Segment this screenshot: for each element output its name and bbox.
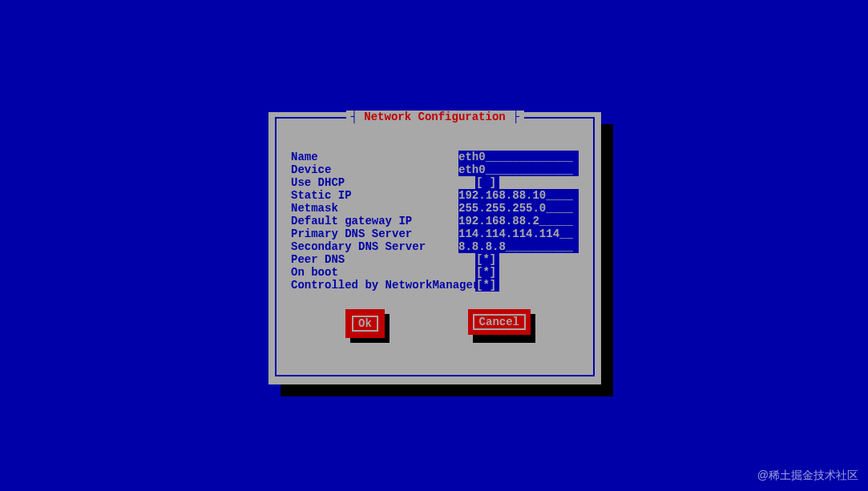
label-name: Name [291, 151, 458, 163]
form-row: Default gateway IP 192.168.88.2_____ [291, 215, 579, 227]
input-secondary-dns[interactable]: 8.8.8.8__________ [458, 240, 579, 253]
label-static-ip: Static IP [291, 189, 458, 202]
label-gateway: Default gateway IP [291, 215, 458, 227]
form-row: Primary DNS Server 114.114.114.114__ [291, 227, 579, 240]
input-device[interactable]: eth0_____________ [458, 163, 579, 176]
watermark-text: @稀土掘金技术社区 [757, 469, 858, 483]
label-on-boot: On boot [291, 266, 475, 279]
form-area: Name eth0_____________ Device eth0______… [291, 151, 579, 292]
input-primary-dns[interactable]: 114.114.114.114__ [458, 227, 579, 240]
ok-button[interactable]: Ok [345, 309, 385, 338]
network-config-dialog: ┤ Network Configuration ├ Name eth0_____… [268, 112, 601, 384]
dialog-title: ┤ Network Configuration ├ [345, 111, 523, 123]
label-secondary-dns: Secondary DNS Server [291, 240, 458, 253]
form-row: Secondary DNS Server 8.8.8.8__________ [291, 240, 579, 253]
cancel-button-label: Cancel [473, 314, 526, 330]
cancel-button[interactable]: Cancel [468, 309, 531, 338]
form-row: Netmask 255.255.255.0____ [291, 202, 579, 215]
label-nm-controlled: Controlled by NetworkManager [291, 279, 475, 292]
form-row: On boot [*] [291, 266, 579, 279]
dialog-title-text: Network Configuration [364, 111, 505, 123]
checkbox-use-dhcp[interactable]: [ ] [475, 176, 499, 189]
checkbox-on-boot[interactable]: [*] [475, 266, 499, 279]
label-device: Device [291, 163, 458, 176]
label-peer-dns: Peer DNS [291, 253, 475, 266]
input-netmask[interactable]: 255.255.255.0____ [458, 202, 579, 215]
form-row: Controlled by NetworkManager [*] [291, 279, 579, 292]
form-row: Device eth0_____________ [291, 163, 579, 176]
form-row: Peer DNS [*] [291, 253, 579, 266]
checkbox-nm-controlled[interactable]: [*] [475, 279, 499, 292]
form-row: Use DHCP [ ] [291, 176, 579, 189]
label-use-dhcp: Use DHCP [291, 176, 475, 189]
input-gateway[interactable]: 192.168.88.2_____ [458, 215, 579, 227]
input-static-ip[interactable]: 192.168.88.10____ [458, 189, 579, 202]
input-name[interactable]: eth0_____________ [458, 151, 579, 163]
dialog-frame: ┤ Network Configuration ├ Name eth0_____… [275, 117, 595, 376]
label-primary-dns: Primary DNS Server [291, 227, 458, 240]
form-row: Static IP 192.168.88.10____ [291, 189, 579, 202]
checkbox-peer-dns[interactable]: [*] [475, 253, 499, 266]
ok-button-label: Ok [352, 316, 378, 332]
form-row: Name eth0_____________ [291, 151, 579, 163]
label-netmask: Netmask [291, 202, 458, 215]
button-bar: Ok Cancel [291, 309, 579, 338]
